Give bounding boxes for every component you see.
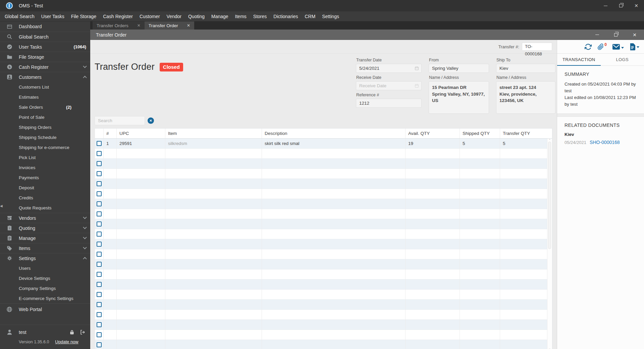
table-row-empty[interactable] bbox=[95, 269, 552, 280]
table-row-empty[interactable] bbox=[95, 300, 552, 310]
table-row-empty[interactable] bbox=[95, 330, 552, 340]
row-checkbox[interactable] bbox=[97, 342, 102, 347]
col-item[interactable]: Item bbox=[165, 129, 262, 138]
menu-cash-register[interactable]: Cash Register bbox=[100, 11, 136, 21]
sidebar-item-point-of-sale[interactable]: Point of Sale bbox=[19, 112, 90, 122]
table-row-empty[interactable] bbox=[95, 169, 552, 179]
row-checkbox[interactable] bbox=[97, 292, 102, 297]
table-row-empty[interactable] bbox=[95, 290, 552, 300]
from-address-box[interactable]: 15 Pearlman DR Spring Valley, NY, 10977,… bbox=[429, 81, 489, 114]
table-row-empty[interactable] bbox=[95, 310, 552, 320]
doc-minimize-button[interactable] bbox=[588, 30, 606, 40]
sidebar-item-users[interactable]: Users bbox=[19, 263, 90, 273]
tab-transaction[interactable]: TRANSACTION bbox=[557, 54, 601, 65]
tab-logs[interactable]: LOGS bbox=[601, 54, 644, 65]
menu-user-tasks[interactable]: User Tasks bbox=[38, 11, 68, 21]
menu-settings[interactable]: Settings bbox=[319, 11, 342, 21]
doc-restore-button[interactable] bbox=[606, 30, 625, 40]
col-num[interactable]: # bbox=[104, 129, 117, 138]
menu-dictionaries[interactable]: Dictionaries bbox=[270, 11, 301, 21]
table-row-empty[interactable] bbox=[95, 229, 552, 239]
row-checkbox[interactable] bbox=[97, 211, 102, 216]
sidebar-collapse-icon[interactable]: ◀ bbox=[0, 204, 3, 208]
menu-customer[interactable]: Customer bbox=[136, 11, 163, 21]
sidebar-item-quote-requests[interactable]: Quote Requests bbox=[19, 203, 90, 213]
doc-close-button[interactable]: ✕ bbox=[625, 30, 644, 40]
tab-transfer-order[interactable]: Transfer Order ✕ bbox=[145, 21, 194, 30]
table-row-empty[interactable] bbox=[95, 179, 552, 189]
calendar-icon[interactable] bbox=[415, 66, 419, 70]
sidebar-item-company-settings[interactable]: Company Settings bbox=[19, 283, 90, 293]
table-row-empty[interactable] bbox=[95, 259, 552, 269]
email-button[interactable] bbox=[612, 44, 624, 50]
email-dropdown-caret[interactable] bbox=[621, 47, 624, 49]
table-row-empty[interactable] bbox=[95, 320, 552, 330]
menu-stores[interactable]: Stores bbox=[250, 11, 270, 21]
row-checkbox[interactable] bbox=[97, 232, 102, 237]
row-checkbox[interactable] bbox=[97, 282, 102, 287]
row-checkbox[interactable] bbox=[97, 191, 102, 196]
search-input[interactable] bbox=[95, 116, 145, 125]
sidebar-item-deposit[interactable]: Deposit bbox=[19, 183, 90, 193]
sidebar-item-credits[interactable]: Credits bbox=[19, 193, 90, 203]
col-shipped-qty[interactable]: Shipped QTY bbox=[460, 129, 500, 138]
row-checkbox[interactable] bbox=[97, 312, 102, 317]
menu-vendor[interactable]: Vendor bbox=[163, 11, 185, 21]
sidebar-item-dashboard[interactable]: Dashboard bbox=[0, 21, 90, 32]
close-button[interactable]: ✕ bbox=[629, 0, 644, 11]
row-checkbox[interactable] bbox=[97, 272, 102, 277]
sidebar-item-settings[interactable]: Settings bbox=[0, 253, 90, 263]
table-row[interactable]: 1 29591 silkredsm skirt silk red smal 19… bbox=[95, 139, 552, 149]
from-input[interactable]: Spring Valley bbox=[429, 64, 489, 73]
row-checkbox[interactable] bbox=[97, 262, 102, 267]
sidebar-item-vendors[interactable]: Vendors bbox=[0, 213, 90, 223]
table-row-empty[interactable] bbox=[95, 149, 552, 159]
row-checkbox[interactable] bbox=[97, 171, 102, 176]
row-checkbox[interactable] bbox=[97, 201, 102, 206]
sidebar-item-customers-list[interactable]: Customers List bbox=[19, 82, 90, 92]
table-row-empty[interactable] bbox=[95, 209, 552, 219]
attachments-button[interactable]: 0 bbox=[597, 43, 607, 50]
sidebar-item-file-storage[interactable]: File Storage bbox=[0, 52, 90, 62]
col-upc[interactable]: UPC bbox=[117, 129, 165, 138]
update-now-link[interactable]: Update now bbox=[55, 339, 78, 344]
row-checkbox[interactable] bbox=[97, 141, 102, 146]
export-dropdown-caret[interactable] bbox=[637, 46, 639, 48]
restore-button[interactable] bbox=[613, 0, 629, 11]
menu-items[interactable]: Items bbox=[232, 11, 250, 21]
lock-icon[interactable] bbox=[69, 330, 74, 335]
menu-global-search[interactable]: Global Search bbox=[1, 11, 38, 21]
transfer-date-input[interactable]: 5/24/2021 bbox=[356, 64, 422, 73]
row-checkbox[interactable] bbox=[97, 151, 102, 156]
related-doc-link[interactable]: SHO-0000168 bbox=[590, 140, 620, 145]
table-row-empty[interactable] bbox=[95, 189, 552, 199]
row-checkbox[interactable] bbox=[97, 322, 102, 327]
scroll-down-icon[interactable]: ⌄ bbox=[548, 347, 551, 349]
row-checkbox[interactable] bbox=[97, 242, 102, 247]
transfer-number-input[interactable]: TO-0000168 bbox=[522, 43, 552, 51]
sidebar-item-shipping-orders[interactable]: Shipping Orders bbox=[19, 122, 90, 132]
col-transfer-qty[interactable]: Transfer QTY bbox=[500, 129, 552, 138]
export-document-button[interactable] bbox=[630, 43, 639, 50]
row-checkbox[interactable] bbox=[97, 332, 102, 337]
menu-crm[interactable]: CRM bbox=[301, 11, 319, 21]
table-row-empty[interactable] bbox=[95, 280, 552, 290]
tab-close-icon[interactable]: ✕ bbox=[137, 23, 141, 28]
sidebar-item-pick-list[interactable]: Pick List bbox=[19, 152, 90, 162]
sidebar-item-payments[interactable]: Payments bbox=[19, 172, 90, 183]
logout-icon[interactable] bbox=[80, 330, 86, 335]
sidebar-item-quoting[interactable]: ? Quoting bbox=[0, 223, 90, 233]
row-checkbox[interactable] bbox=[97, 302, 102, 307]
scrollbar-thumb[interactable] bbox=[548, 142, 551, 249]
col-description[interactable]: Description bbox=[262, 129, 406, 138]
table-row-empty[interactable] bbox=[95, 249, 552, 259]
table-row-empty[interactable] bbox=[95, 340, 552, 349]
sidebar-item-items[interactable]: Items bbox=[0, 243, 90, 253]
menu-file-storage[interactable]: File Storage bbox=[68, 11, 100, 21]
menu-manage[interactable]: Manage bbox=[208, 11, 232, 21]
sidebar-item-device-settings[interactable]: Device Settings bbox=[19, 273, 90, 283]
sidebar-item-invoices[interactable]: Invoices bbox=[19, 162, 90, 172]
receive-date-input[interactable]: Receive Date bbox=[356, 81, 422, 90]
ship-address-box[interactable]: street 23 apt. 124 Kiev, providence, 123… bbox=[496, 81, 555, 114]
sidebar-item-estimates[interactable]: Estimates bbox=[19, 92, 90, 102]
